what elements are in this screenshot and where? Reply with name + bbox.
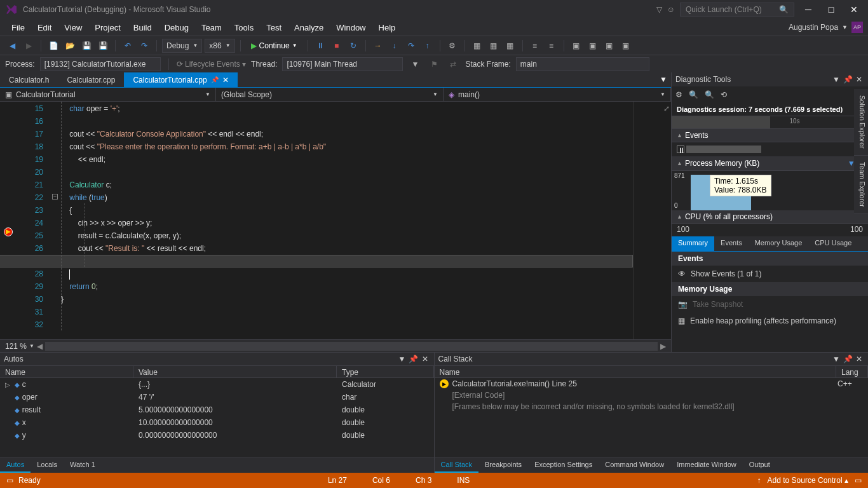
toolbar-icon-3[interactable]: ▦ (487, 39, 501, 53)
callstack-row[interactable]: ▶CalculatorTutorial.exe!main() Line 25C+… (435, 378, 869, 390)
outline-margin[interactable]: − (51, 102, 61, 339)
source-control-button[interactable]: Add to Source Control ▴ (768, 476, 848, 485)
code-editor[interactable]: 151617181920212223242526272829303132 − c… (0, 102, 671, 339)
bottom-tab-locals[interactable]: Locals (31, 458, 64, 473)
take-snapshot-link[interactable]: 📷 Take Snapshot (672, 296, 868, 313)
step-out-button[interactable]: ↑ (421, 39, 435, 53)
bottom-tab-output[interactable]: Output (743, 458, 776, 473)
autos-row[interactable]: ◆ oper47 '/'char (0, 391, 434, 403)
notifications-icon[interactable]: ▭ (855, 476, 862, 485)
horizontal-scrollbar[interactable] (45, 342, 658, 351)
panel-close-icon[interactable]: ✕ (420, 355, 430, 363)
toolbar-icon-4[interactable]: ▦ (503, 39, 517, 53)
stackframe-dropdown[interactable]: main (516, 57, 649, 71)
close-icon[interactable]: ✕ (222, 76, 229, 85)
lifecycle-events[interactable]: ⟳ Lifecycle Events ▾ (177, 60, 246, 69)
notification-icon[interactable]: ▽ (656, 5, 662, 14)
publish-icon[interactable]: ↑ (757, 476, 761, 485)
side-tab-team-explorer[interactable]: Team Explorer (854, 156, 868, 214)
pin-icon[interactable]: 📌 (211, 76, 219, 83)
menu-project[interactable]: Project (88, 20, 126, 35)
bottom-tab-immediate-window[interactable]: Immediate Window (670, 458, 743, 473)
memory-section-header[interactable]: ▲Process Memory (KB) ▼ ● (672, 156, 868, 171)
menu-edit[interactable]: Edit (31, 20, 58, 35)
scroll-left-button[interactable]: ◀ (37, 342, 43, 351)
menu-help[interactable]: Help (372, 20, 402, 35)
menu-tools[interactable]: Tools (228, 20, 260, 35)
continue-button[interactable]: ▶ Continue ▼ (246, 40, 302, 51)
breakpoint-current-line-icon[interactable] (4, 227, 13, 236)
new-project-button[interactable]: 📄 (46, 39, 60, 53)
tab-file[interactable]: CalculatorTutorial.cpp📌✕ (124, 72, 237, 87)
process-dropdown[interactable]: [19132] CalculatorTutorial.exe (40, 57, 161, 71)
zoom-in-icon[interactable]: 🔍 (689, 90, 698, 99)
diag-tab-memory-usage[interactable]: Memory Usage (749, 236, 809, 251)
time-ruler[interactable]: 10s (672, 116, 868, 129)
filter-icon[interactable]: ▼ (408, 57, 422, 71)
panel-dropdown-icon[interactable]: ▼ (831, 355, 841, 363)
step-over-button[interactable]: ↷ (404, 39, 418, 53)
stack-icon[interactable]: ⇄ (446, 57, 460, 71)
menu-window[interactable]: Window (330, 20, 372, 35)
zoom-out-icon[interactable]: 🔍 (705, 90, 714, 99)
stop-button[interactable]: ■ (330, 39, 344, 53)
toolbar-icon-6[interactable]: ≡ (545, 39, 559, 53)
minimize-button[interactable]: ─ (799, 2, 817, 17)
nav-project-dropdown[interactable]: ▣ CalculatorTutorial ▼ (0, 88, 216, 101)
panel-close-icon[interactable]: ✕ (854, 75, 864, 84)
panel-pin-icon[interactable]: 📌 (409, 355, 419, 363)
panel-pin-icon[interactable]: 📌 (843, 355, 853, 363)
tab-file[interactable]: Calculator.cpp (58, 72, 124, 87)
fold-toggle[interactable]: − (52, 194, 58, 200)
back-button[interactable]: ◀ (5, 39, 19, 53)
autos-row[interactable]: ▷ ◆ c{...}Calculator (0, 378, 434, 391)
tab-file[interactable]: Calculator.h (0, 72, 58, 87)
break-all-button[interactable]: ⏸ (313, 39, 327, 53)
diag-tab-cpu-usage[interactable]: CPU Usage (808, 236, 858, 251)
menu-analyze[interactable]: Analyze (288, 20, 330, 35)
toolbar-icon-9[interactable]: ▣ (602, 39, 616, 53)
bottom-tab-breakpoints[interactable]: Breakpoints (478, 458, 528, 473)
save-button[interactable]: 💾 (79, 39, 93, 53)
side-tab-solution-explorer[interactable]: Solution Explorer (854, 89, 868, 156)
bottom-tab-call-stack[interactable]: Call Stack (435, 458, 479, 473)
panel-dropdown-icon[interactable]: ▼ (397, 355, 407, 363)
bottom-tab-exception-settings[interactable]: Exception Settings (528, 458, 599, 473)
panel-close-icon[interactable]: ✕ (854, 355, 864, 363)
toolbar-icon-5[interactable]: ≡ (528, 39, 542, 53)
menu-team[interactable]: Team (195, 20, 228, 35)
diag-tab-events[interactable]: Events (714, 236, 749, 251)
forward-button[interactable]: ▶ (22, 39, 36, 53)
config-dropdown[interactable]: Debug▼ (162, 39, 202, 53)
menu-build[interactable]: Build (127, 20, 158, 35)
open-button[interactable]: 📂 (63, 39, 77, 53)
show-events-link[interactable]: 👁 Show Events (1 of 1) (672, 266, 868, 282)
toolbar-icon-7[interactable]: ▣ (569, 39, 583, 53)
bottom-tab-watch-1[interactable]: Watch 1 (64, 458, 102, 473)
bottom-tab-command-window[interactable]: Command Window (599, 458, 670, 473)
feedback-icon[interactable]: ☺ (667, 5, 675, 14)
callstack-row[interactable]: [External Code] (435, 390, 869, 401)
undo-button[interactable]: ↶ (121, 39, 135, 53)
restart-button[interactable]: ↻ (346, 39, 360, 53)
bottom-tab-autos[interactable]: Autos (0, 458, 31, 473)
step-into-button[interactable]: ↓ (388, 39, 402, 53)
platform-dropdown[interactable]: x86▼ (205, 39, 234, 53)
autos-row[interactable]: ◆ x10.000000000000000double (0, 416, 434, 429)
callstack-row[interactable]: [Frames below may be incorrect and/or mi… (435, 401, 869, 412)
cpu-chart[interactable]: 100 100 (672, 224, 868, 236)
panel-pin-icon[interactable]: 📌 (843, 75, 853, 84)
autos-row[interactable]: ◆ result5.0000000000000000double (0, 403, 434, 416)
redo-button[interactable]: ↷ (137, 39, 151, 53)
maximize-button[interactable]: □ (822, 2, 840, 17)
cpu-section-header[interactable]: ▲CPU (% of all processors) (672, 210, 868, 224)
user-account[interactable]: Augustin Popa ▼ AP (789, 22, 863, 33)
quick-launch-input[interactable]: Quick Launch (Ctrl+Q) 🔍 (680, 3, 794, 17)
show-next-statement-button[interactable]: → (371, 39, 385, 53)
toolbar-icon-2[interactable]: ▦ (470, 39, 484, 53)
autos-row[interactable]: ◆ y0.00000000000000000double (0, 429, 434, 442)
scroll-right-button[interactable]: ▶ (660, 342, 666, 351)
enable-heap-link[interactable]: ▦ Enable heap profiling (affects perform… (672, 313, 868, 329)
toolbar-icon-1[interactable]: ⚙ (445, 39, 459, 53)
menu-test[interactable]: Test (260, 20, 288, 35)
